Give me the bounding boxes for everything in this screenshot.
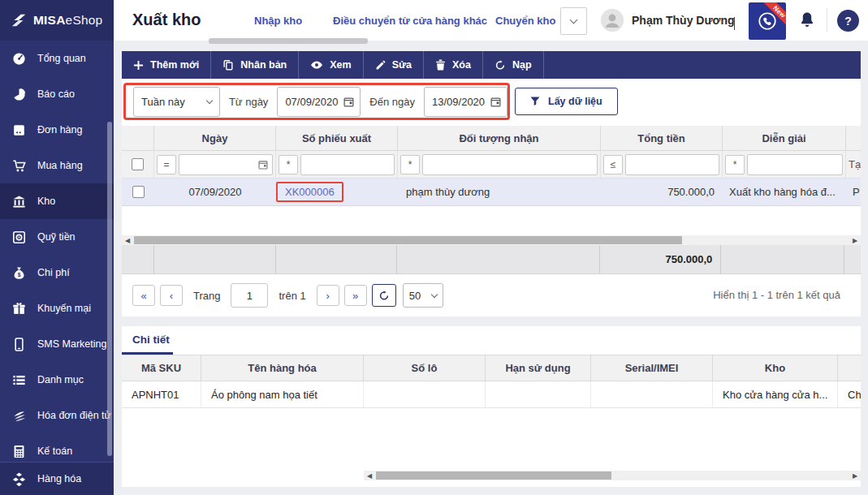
to-date-input[interactable]: 13/09/2020 <box>424 87 507 117</box>
sidebar-item-sms-marketing[interactable]: SMS Marketing <box>0 326 114 362</box>
page-input[interactable] <box>231 283 268 308</box>
notifications-bell-icon[interactable] <box>797 11 817 30</box>
scroll-right-icon[interactable]: ▶ <box>849 472 861 480</box>
tabbar-scrollbar[interactable] <box>209 38 368 44</box>
col-so-phieu-xuat[interactable]: Số phiếu xuất <box>276 126 398 150</box>
chevron-down-icon <box>570 15 578 24</box>
reload-button[interactable]: Nạp <box>483 51 544 79</box>
operator-contains[interactable]: * <box>279 155 298 174</box>
filter-bar: Tuần này Từ ngày 07/09/2020 Đến ngày 13/… <box>122 79 861 126</box>
col-tong-tien[interactable]: Tổng tiền <box>601 126 723 150</box>
filter-code-input[interactable] <box>300 154 395 175</box>
brand-logo[interactable]: MISAeShop <box>0 0 114 41</box>
grid-hscrollbar[interactable]: ◀ ▶ <box>122 235 861 245</box>
delete-button[interactable]: Xóa <box>424 51 483 79</box>
detail-data-row[interactable]: APNHT01 Áo phông nam họa tiết Kho cửa hà… <box>122 381 861 408</box>
last-page-button[interactable]: » <box>344 285 367 306</box>
add-label: Thêm mới <box>150 59 199 71</box>
edit-button[interactable]: Sửa <box>364 51 424 79</box>
user-menu-chevron-icon[interactable] <box>734 17 735 29</box>
sidebar-item-chi-phi[interactable]: $ Chi phí <box>0 255 114 291</box>
col-dien-giai[interactable]: Diễn giải <box>723 126 846 150</box>
col-kho[interactable]: Kho <box>713 355 838 381</box>
calculator-icon <box>11 443 27 459</box>
sidebar-item-khuyen-mai[interactable]: Khuyến mại <box>0 291 114 326</box>
get-data-button[interactable]: Lấy dữ liệu <box>515 88 618 115</box>
from-date-input[interactable]: 07/09/2020 <box>277 87 361 117</box>
scroll-left-icon[interactable]: ◀ <box>364 472 375 480</box>
help-button[interactable]: ? <box>837 10 859 32</box>
svg-text:$: $ <box>17 272 20 278</box>
next-page-button[interactable]: › <box>317 285 339 306</box>
col-ma-sku[interactable]: Mã SKU <box>122 355 201 381</box>
tab-nhap-kho[interactable]: Nhập kho <box>254 15 302 27</box>
filter-note-input[interactable] <box>747 154 843 175</box>
page-of-label: trên 1 <box>279 290 305 302</box>
cell-receiver: phạm thùy dương <box>406 186 490 198</box>
sidebar-item-bao-cao[interactable]: Báo cáo <box>0 76 114 112</box>
calendar-icon <box>343 97 354 107</box>
header-divider <box>827 8 827 32</box>
col-so-lo[interactable]: Số lô <box>364 355 486 381</box>
prev-page-button[interactable]: ‹ <box>160 285 183 306</box>
filter-total-input[interactable] <box>625 154 719 175</box>
scroll-thumb[interactable] <box>134 236 682 244</box>
tab-chuyen-kho[interactable]: Chuyển kho <box>495 15 555 27</box>
col-clipped <box>838 355 861 381</box>
get-data-label: Lấy dữ liệu <box>548 96 602 107</box>
cell-code-link[interactable]: XK000006 <box>276 182 343 202</box>
view-button[interactable]: Xem <box>299 51 363 79</box>
avatar[interactable] <box>601 9 624 32</box>
col-ten-hang-hoa[interactable]: Tên hàng hóa <box>201 355 364 381</box>
page-title: Xuất kho <box>132 11 201 29</box>
select-all-header <box>122 126 154 150</box>
user-name[interactable]: Phạm Thùy Dương <box>632 14 735 27</box>
sidebar-item-mua-hang[interactable]: Mua hàng <box>0 148 114 183</box>
col-serial-imei[interactable]: Serial/IMEI <box>591 355 713 381</box>
sidebar-item-label: Kho <box>37 196 55 207</box>
sidebar-item-danh-muc[interactable]: Danh mục <box>0 362 114 398</box>
col-doi-tuong-nhan[interactable]: Đối tượng nhận <box>398 126 601 150</box>
scroll-left-icon[interactable]: ◀ <box>122 237 133 244</box>
sidebar-item-tong-quan[interactable]: Tổng quan <box>0 41 114 76</box>
filter-date-input[interactable] <box>179 154 273 175</box>
warehouse-icon <box>11 193 27 209</box>
operator-lte[interactable]: ≤ <box>603 155 623 174</box>
sidebar-scrollbar[interactable] <box>107 122 112 456</box>
misa-logo-icon <box>10 11 28 29</box>
duplicate-icon <box>222 59 234 71</box>
cell-product-name: Áo phông nam họa tiết <box>211 389 317 401</box>
scroll-thumb[interactable] <box>376 471 611 480</box>
sidebar-item-hang-hoa[interactable]: Hàng hóa <box>0 462 114 495</box>
select-all-checkbox[interactable] <box>132 158 144 170</box>
detail-hscrollbar[interactable]: ◀ ▶ <box>364 471 861 480</box>
filter-receiver-input[interactable] <box>422 154 598 175</box>
grid-data-row[interactable]: 07/09/2020 XK000006 phạm thùy dương 750.… <box>122 179 861 206</box>
first-page-button[interactable]: « <box>132 285 155 306</box>
support-phone-button[interactable]: New <box>749 2 786 40</box>
sidebar-item-quy-tien[interactable]: Quỹ tiền <box>0 219 114 255</box>
add-button[interactable]: Thêm mới <box>122 51 211 79</box>
plus-icon <box>133 60 144 71</box>
duplicate-button[interactable]: Nhân bản <box>211 51 299 79</box>
tab-chi-tiet[interactable]: Chi tiết <box>132 334 170 346</box>
tab-dieu-chuyen[interactable]: Điều chuyển từ cửa hàng khác <box>333 15 487 27</box>
refresh-page-button[interactable] <box>372 284 396 307</box>
operator-contains[interactable]: * <box>725 155 745 174</box>
col-ngay[interactable]: Ngày <box>154 126 276 150</box>
period-select[interactable]: Tuần này <box>133 87 220 117</box>
page-size-select[interactable]: 50 <box>403 283 443 308</box>
chevron-down-icon <box>430 291 437 297</box>
main-grid: Ngày Số phiếu xuất Đối tượng nhận Tổng t… <box>122 126 861 316</box>
sidebar-item-don-hang[interactable]: Đơn hàng <box>0 112 114 148</box>
sidebar-item-hoa-don-dien-tu[interactable]: Hóa đơn điện tử <box>0 398 114 433</box>
row-checkbox[interactable] <box>132 186 145 198</box>
col-han-su-dung[interactable]: Hạn sử dụng <box>486 355 591 381</box>
operator-equals[interactable]: = <box>157 155 176 174</box>
eye-icon <box>310 60 323 70</box>
sidebar-item-kho[interactable]: Kho <box>0 183 114 219</box>
tabs-dropdown-button[interactable] <box>560 7 587 35</box>
scroll-right-icon[interactable]: ▶ <box>849 237 861 244</box>
sidebar-item-label: SMS Marketing <box>37 338 106 350</box>
operator-contains[interactable]: * <box>400 155 420 174</box>
